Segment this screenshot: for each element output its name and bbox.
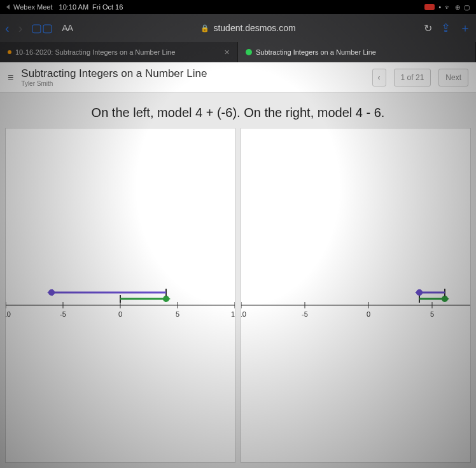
tab-label: Subtracting Integers on a Number Line (256, 48, 376, 56)
url-text: student.desmos.com (213, 23, 295, 33)
prev-screen-button[interactable]: ‹ (372, 69, 386, 86)
wifi-icon: ᯤ (445, 4, 451, 11)
address-bar[interactable]: 🔒 student.desmos.com (81, 23, 415, 33)
prev-app-label[interactable]: Webex Meet (13, 3, 53, 11)
screen-counter[interactable]: 1 of 21 (394, 69, 431, 86)
favicon-icon (8, 50, 11, 54)
wifi-off-icon: • (438, 4, 441, 11)
back-to-app-icon[interactable] (6, 4, 10, 10)
share-icon[interactable]: ⇪ (441, 21, 451, 35)
numberline-left[interactable]: -10-50510 (6, 270, 235, 321)
next-screen-button[interactable]: Next (438, 69, 468, 86)
back-button[interactable]: ‹ (5, 21, 10, 36)
bookmarks-icon[interactable]: ▢▢ (31, 21, 53, 35)
left-numberline-panel[interactable]: -10-50510 (5, 128, 235, 463)
new-tab-icon[interactable]: ＋ (459, 20, 471, 36)
status-date: Fri Oct 16 (92, 3, 123, 11)
svg-text:-5: -5 (302, 310, 308, 318)
forward-button: › (18, 21, 23, 36)
tab-desmos[interactable]: Subtracting Integers on a Number Line (238, 42, 476, 62)
instruction-text: On the left, model 4 + (-6). On the righ… (0, 93, 476, 128)
lock-icon: 🔒 (200, 24, 209, 32)
battery-icon: ▢ (464, 4, 470, 11)
svg-text:5: 5 (430, 310, 434, 318)
svg-text:5: 5 (176, 310, 179, 318)
recording-indicator-icon[interactable] (424, 4, 435, 10)
tab-strip: 10-16-2020: Subtracting Integers on a Nu… (0, 42, 476, 62)
favicon-icon (246, 49, 252, 55)
tab-label: 10-16-2020: Subtracting Integers on a Nu… (15, 48, 175, 56)
activity-title: Subtracting Integers on a Number Line (21, 67, 364, 80)
right-numberline-panel[interactable]: -10-505 (241, 128, 471, 463)
ipad-status-bar: Webex Meet 10:10 AM Fri Oct 16 • ᯤ ⊕ ▢ (0, 0, 476, 14)
activity-header: ≡ Subtracting Integers on a Number Line … (0, 62, 476, 93)
reload-icon[interactable]: ↻ (424, 22, 432, 34)
reader-font-button[interactable]: AA (62, 23, 73, 33)
orientation-lock-icon: ⊕ (455, 4, 460, 11)
page-content: ≡ Subtracting Integers on a Number Line … (0, 62, 476, 468)
browser-toolbar: ‹ › ▢▢ AA 🔒 student.desmos.com ↻ ⇪ ＋ (0, 14, 476, 42)
tab-classroom[interactable]: 10-16-2020: Subtracting Integers on a Nu… (0, 42, 238, 62)
numberline-right[interactable]: -10-505 (241, 270, 470, 321)
svg-text:-10: -10 (241, 310, 246, 318)
svg-text:0: 0 (118, 310, 122, 318)
panel-row: -10-50510 -10-505 (0, 128, 476, 468)
svg-text:-10: -10 (6, 310, 11, 318)
student-name: Tyler Smith (21, 80, 364, 87)
menu-icon[interactable]: ≡ (8, 72, 13, 83)
close-icon[interactable]: ✕ (224, 48, 230, 57)
svg-text:10: 10 (231, 310, 235, 318)
status-time: 10:10 AM (59, 3, 88, 11)
svg-text:-5: -5 (60, 310, 66, 318)
svg-text:0: 0 (367, 310, 370, 318)
